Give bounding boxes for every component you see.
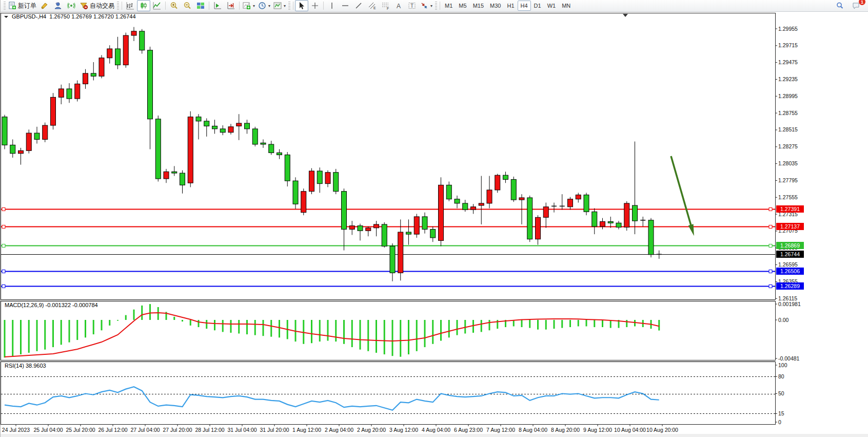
line-chart-icon [153, 2, 161, 10]
svg-text:1.28275: 1.28275 [778, 143, 798, 149]
svg-text:A: A [397, 3, 401, 10]
autotrade-label: 自动交易 [90, 2, 114, 10]
auto-scroll-button[interactable] [211, 0, 224, 11]
line-chart-button[interactable] [150, 0, 164, 11]
svg-text:1.29475: 1.29475 [778, 59, 798, 65]
svg-text:10 Aug 20:00: 10 Aug 20:00 [646, 427, 678, 433]
signal-button[interactable] [65, 0, 78, 11]
tab-w1[interactable]: W1 [544, 1, 559, 11]
horizontal-line-button[interactable] [339, 0, 352, 11]
fibonacci-button[interactable]: F [379, 0, 392, 11]
bar-chart-button[interactable] [124, 0, 137, 11]
notifications-button[interactable]: 1 [850, 0, 863, 11]
svg-text:1.29715: 1.29715 [778, 42, 798, 48]
profile-button[interactable] [51, 0, 65, 11]
svg-text:1.27555: 1.27555 [778, 194, 798, 200]
templates-dropdown-caret[interactable]: ▾ [284, 4, 286, 8]
indicators-dropdown-caret[interactable]: ▾ [253, 4, 255, 8]
svg-text:7 Aug 12:00: 7 Aug 12:00 [486, 427, 515, 433]
svg-text:1 Aug 12:00: 1 Aug 12:00 [292, 427, 321, 433]
autotrade-button[interactable]: 自动交易 [78, 0, 116, 11]
publish-button[interactable] [38, 0, 51, 11]
tab-d1[interactable]: D1 [531, 1, 544, 11]
svg-text:24 Jul 2023: 24 Jul 2023 [2, 427, 30, 433]
svg-text:8 Aug 04:00: 8 Aug 04:00 [519, 427, 547, 433]
svg-text:28 Jul 12:00: 28 Jul 12:00 [195, 427, 224, 433]
text-icon: A [395, 2, 403, 10]
new-order-icon [8, 2, 16, 10]
chart-shift-icon [227, 2, 235, 10]
vertical-line-button[interactable] [325, 0, 339, 11]
text-label-icon: T [408, 2, 417, 10]
chart-shift-button[interactable] [224, 0, 238, 11]
templates-icon [273, 2, 282, 10]
zoom-out-button[interactable] [181, 0, 194, 11]
toolbar-grip[interactable] [117, 2, 119, 10]
periods-dropdown-caret[interactable]: ▾ [268, 4, 270, 8]
rsi-label: RSI(14) 38.9603 [5, 363, 46, 369]
periods-icon [258, 2, 266, 10]
indicators-button[interactable]: ▾ [241, 0, 257, 11]
toolbar-grip[interactable] [435, 2, 437, 10]
new-order-label: 新订单 [18, 2, 36, 10]
tab-m30[interactable]: M30 [487, 1, 504, 11]
horizontal-line-icon [341, 2, 349, 10]
toolbar-separator [440, 2, 440, 10]
svg-text:T: T [410, 3, 413, 9]
mt4-window: 1.299551.297151.294751.292351.289951.287… [0, 0, 868, 437]
svg-text:1.27137: 1.27137 [780, 223, 800, 230]
tile-windows-icon [196, 2, 205, 10]
indicators-icon [243, 2, 251, 10]
signal-icon [67, 2, 75, 10]
svg-text:1.26869: 1.26869 [780, 242, 800, 249]
autotrade-icon [80, 2, 88, 10]
toolbar-grip[interactable] [288, 2, 290, 10]
text-button[interactable]: A [392, 0, 405, 11]
chart-title: GBPUSD-,H4 1.26750 1.26769 1.26720 1.267… [4, 13, 136, 20]
crosshair-button[interactable] [308, 0, 322, 11]
arrows-button[interactable]: ▾ [419, 0, 434, 11]
tab-m5[interactable]: M5 [456, 1, 469, 11]
cursor-button[interactable] [295, 0, 308, 11]
window-bottom-strip [1, 434, 868, 437]
new-order-button[interactable]: 新订单 [7, 0, 38, 11]
zoom-out-icon [183, 2, 192, 10]
channel-button[interactable]: E [365, 0, 379, 11]
tab-m1[interactable]: M1 [442, 1, 456, 11]
tab-mn[interactable]: MN [559, 1, 574, 11]
zoom-in-icon [170, 2, 179, 10]
zoom-in-button[interactable] [167, 0, 181, 11]
tab-m15[interactable]: M15 [470, 1, 487, 11]
text-label-button[interactable]: T [405, 0, 419, 11]
svg-text:15: 15 [778, 410, 784, 416]
svg-text:1.28755: 1.28755 [778, 110, 798, 116]
toolbar-separator [323, 2, 324, 10]
tab-h4[interactable]: H4 [518, 1, 531, 11]
toolbar-grip[interactable] [4, 2, 6, 10]
svg-text:1.26744: 1.26744 [780, 251, 800, 257]
svg-text:10 Aug 04:00: 10 Aug 04:00 [614, 427, 646, 433]
svg-text:6 Aug 23:00: 6 Aug 23:00 [454, 427, 483, 433]
svg-text:100: 100 [778, 362, 787, 368]
trendline-button[interactable] [352, 0, 365, 11]
arrows-dropdown-caret[interactable]: ▾ [430, 4, 432, 8]
toolbar-separator [293, 2, 293, 10]
fibonacci-icon: F [381, 2, 390, 10]
candlestick-chart-button[interactable] [137, 0, 150, 11]
svg-text:3 Aug 12:00: 3 Aug 12:00 [389, 427, 418, 433]
svg-text:25 Jul 04:00: 25 Jul 04:00 [33, 427, 63, 433]
tile-windows-button[interactable] [194, 0, 207, 11]
periods-button[interactable]: ▾ [257, 0, 272, 11]
toolbar-separator [122, 2, 122, 10]
svg-text:1.28035: 1.28035 [778, 160, 798, 166]
templates-button[interactable]: ▾ [272, 0, 287, 11]
tab-h1[interactable]: H1 [504, 1, 517, 11]
main-toolbar: 新订单 自动交易 [1, 0, 868, 12]
arrows-icon [420, 2, 428, 10]
svg-text:1.28515: 1.28515 [778, 126, 798, 132]
vertical-line-icon [328, 2, 336, 10]
svg-text:27 Jul 20:00: 27 Jul 20:00 [163, 427, 192, 433]
search-button[interactable] [833, 0, 846, 11]
svg-text:80: 80 [778, 373, 784, 379]
svg-text:1.26289: 1.26289 [780, 283, 800, 289]
